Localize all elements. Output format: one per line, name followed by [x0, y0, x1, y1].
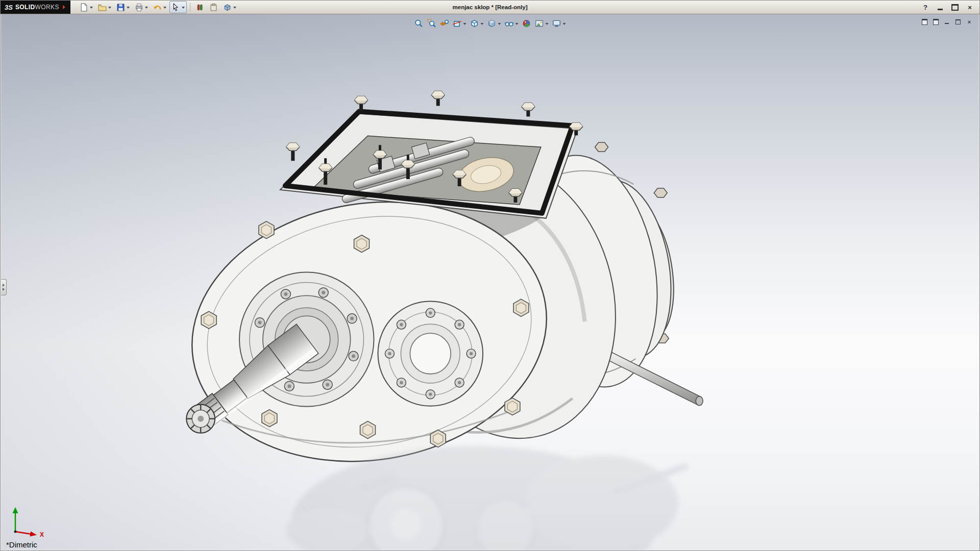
new-document-icon [80, 3, 88, 12]
print-icon [135, 3, 143, 12]
select-dropdown-icon[interactable] [182, 7, 185, 9]
view-orientation-button[interactable] [469, 18, 485, 29]
solidworks-logo: 3S SOLIDWORKS [1, 1, 70, 14]
view-orientation-dropdown-icon[interactable] [481, 23, 484, 25]
select-button[interactable] [169, 1, 187, 13]
document-window-controls: × [920, 18, 974, 26]
maximize-button[interactable] [948, 3, 962, 12]
save-button[interactable] [114, 1, 132, 13]
maximize-icon [951, 4, 959, 11]
previous-view-button[interactable] [439, 18, 450, 29]
shaft-end-face [186, 405, 215, 433]
display-settings-icon [223, 3, 232, 12]
model-canvas[interactable] [1, 14, 979, 550]
reference-triad: X [8, 505, 49, 537]
hide-show-items-icon [505, 19, 514, 28]
clipboard-button[interactable] [207, 1, 220, 13]
main-toolbar [78, 1, 238, 13]
view-settings-icon [552, 19, 561, 28]
section-view-icon [453, 19, 462, 28]
next-window-icon [933, 19, 939, 25]
y-axis-arrow-icon [13, 507, 18, 513]
view-orientation-icon [470, 19, 479, 28]
hide-show-items-button[interactable] [504, 18, 520, 29]
panel-expand-arrow-icon [3, 284, 5, 287]
menu-expand-icon[interactable] [63, 5, 65, 9]
toolbar-separator [190, 3, 190, 12]
brand-name: SOLIDWORKS [15, 4, 59, 11]
undo-icon [153, 3, 162, 12]
open-dropdown-icon[interactable] [108, 7, 111, 9]
zoom-to-area-button[interactable] [426, 18, 437, 29]
display-style-dropdown-icon[interactable] [498, 23, 501, 25]
view-orientation-label: *Dimetric [6, 540, 37, 549]
select-cursor-icon [172, 3, 180, 12]
brand-name-works: WORKS [35, 4, 59, 11]
x-axis-label: X [40, 531, 44, 537]
window-controls: ? × [919, 3, 979, 12]
zoom-to-area-icon [427, 19, 436, 28]
view-settings-button[interactable] [551, 18, 567, 29]
edit-appearance-button[interactable] [521, 18, 532, 29]
top-cover [280, 91, 583, 218]
print-button[interactable] [133, 1, 150, 13]
previous-window-icon [922, 19, 927, 25]
section-view-dropdown-icon[interactable] [463, 23, 467, 25]
doc-restore-button[interactable] [953, 18, 963, 26]
open-document-icon [98, 3, 107, 12]
save-dropdown-icon[interactable] [127, 7, 130, 9]
edit-appearance-icon [522, 19, 531, 28]
undo-button[interactable] [151, 1, 168, 13]
apply-scene-dropdown-icon[interactable] [546, 23, 549, 25]
apply-scene-icon [535, 19, 544, 28]
undo-dropdown-icon[interactable] [163, 7, 166, 9]
display-style-button[interactable] [486, 18, 502, 29]
dassault-3s-icon: 3S [5, 4, 13, 11]
zoom-to-fit-button[interactable] [413, 18, 425, 29]
next-window-button[interactable] [931, 18, 940, 26]
previous-window-button[interactable] [920, 18, 929, 26]
window-title: menjac sklop * [Read-only] [453, 1, 528, 14]
doc-close-button[interactable]: × [965, 18, 974, 26]
featuremanager-collapsed-tab[interactable] [1, 279, 7, 295]
close-button[interactable]: × [963, 3, 976, 12]
new-dropdown-icon[interactable] [90, 7, 93, 9]
display-style-icon [487, 19, 497, 28]
display-settings-dropdown-icon[interactable] [233, 7, 236, 9]
save-icon [116, 3, 125, 12]
hide-show-dropdown-icon[interactable] [516, 23, 519, 25]
title-bar: 3S SOLIDWORKS [1, 1, 979, 14]
apply-scene-button[interactable] [534, 18, 550, 29]
print-dropdown-icon[interactable] [145, 7, 148, 9]
open-document-button[interactable] [96, 1, 113, 13]
clipboard-icon [209, 3, 218, 12]
minimize-icon [938, 9, 943, 10]
doc-minimize-button[interactable] [942, 18, 951, 26]
brand-name-solid: SOLID [15, 4, 35, 11]
help-button[interactable]: ? [919, 3, 932, 12]
view-settings-dropdown-icon[interactable] [563, 23, 566, 25]
side-cover [378, 301, 483, 406]
previous-view-icon [440, 19, 449, 28]
zoom-to-fit-icon [414, 19, 424, 28]
selection-filter-button[interactable] [193, 1, 206, 13]
selection-filter-icon [195, 3, 204, 12]
panel-expand-arrow-icon [3, 288, 5, 291]
graphics-viewport[interactable]: × [1, 14, 979, 550]
doc-minimize-icon [945, 23, 949, 24]
x-axis-arrow-icon [30, 532, 37, 537]
heads-up-view-toolbar [413, 18, 567, 29]
display-settings-button[interactable] [221, 1, 238, 13]
new-document-button[interactable] [78, 1, 95, 13]
doc-restore-icon [955, 19, 961, 24]
minimize-button[interactable] [934, 3, 947, 12]
section-view-button[interactable] [452, 18, 468, 29]
